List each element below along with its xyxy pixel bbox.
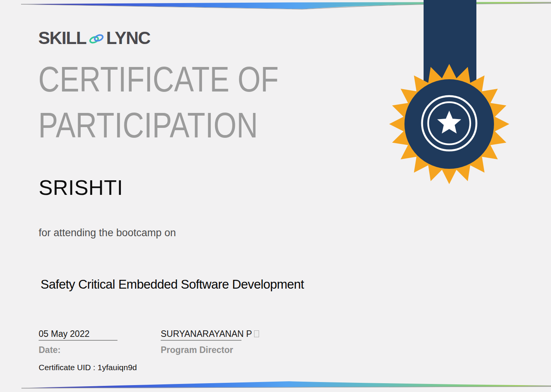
director-label: Program Director [161,345,233,355]
certificate-title-line2: PARTICIPATION [38,108,258,143]
director-name-text: SURYANARAYANAN P [161,329,252,339]
brand-logo-text-right: LYNC [106,28,150,48]
bottom-border-band [0,377,551,392]
certificate-uid: Certificate UID : 1yfauiqn9d [39,363,137,372]
missing-glyph-box [254,330,259,337]
date-label: Date: [39,345,61,355]
brand-logo-text-left: SKILL [38,28,86,48]
date-value: 05 May 2022 [39,329,90,339]
course-title: Safety Critical Embedded Software Develo… [41,277,304,292]
director-underline [161,340,241,341]
certificate-title-line1: CERTIFICATE OF [38,62,279,97]
director-name: SURYANARAYANAN P [161,329,259,339]
subtitle-text: for attending the bootcamp on [39,227,176,239]
director-signature-block: SURYANARAYANAN P Program Director [161,329,259,339]
date-underline [39,340,117,341]
chain-link-icon [88,34,104,44]
date-signature-block: 05 May 2022 Date: [39,329,90,339]
recipient-name: SRISHTI [39,175,123,200]
brand-logo: SKILL LYNC [38,28,150,48]
